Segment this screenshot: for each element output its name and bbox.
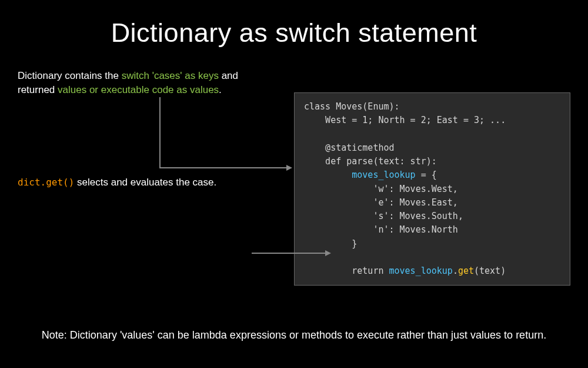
footer-note: Note: Dictionary 'values' can be lambda … bbox=[0, 329, 588, 342]
code-line-2: West = 1; North = 2; East = 3; ... bbox=[304, 115, 506, 125]
slide-title: Dictionary as switch statement bbox=[0, 0, 588, 48]
code-line-9: 's': Moves.South, bbox=[304, 211, 463, 221]
code-line-7: 'w': Moves.West, bbox=[304, 184, 458, 194]
annotation-bottom-text: selects and evaluates the case. bbox=[74, 177, 216, 188]
annotation-bottom-code: dict.get() bbox=[18, 177, 74, 188]
code-line-10: 'n': Moves.North bbox=[304, 224, 458, 235]
code-line-5: def parse(text: str): bbox=[304, 156, 437, 167]
code-moves-lookup-use: moves_lookup bbox=[389, 266, 453, 276]
annotation-top-green1: switch 'cases' as keys bbox=[122, 70, 219, 81]
arrow-top-icon bbox=[157, 97, 295, 174]
annotation-top-text1: Dictionary contains the bbox=[18, 70, 122, 81]
code-line-8: 'e': Moves.East, bbox=[304, 197, 458, 208]
svg-marker-0 bbox=[286, 165, 292, 171]
annotation-bottom: dict.get() selects and evaluates the cas… bbox=[18, 177, 216, 188]
code-line-13a: return bbox=[304, 266, 389, 276]
annotation-top-text2: and bbox=[219, 70, 238, 81]
code-line-4: @staticmethod bbox=[304, 142, 395, 153]
code-line-6a bbox=[304, 170, 352, 180]
code-get-call: get bbox=[458, 266, 474, 276]
annotation-top-text3: returned bbox=[18, 84, 58, 95]
code-block: class Moves(Enum): West = 1; North = 2; … bbox=[294, 92, 570, 286]
code-line-1: class Moves(Enum): bbox=[304, 101, 400, 112]
annotation-top-text4: . bbox=[219, 84, 222, 95]
code-line-13e: (text) bbox=[474, 266, 506, 276]
code-line-6c: = { bbox=[416, 170, 437, 180]
code-line-11: } bbox=[304, 238, 357, 249]
code-moves-lookup-def: moves_lookup bbox=[352, 170, 415, 180]
code-line-13c: . bbox=[453, 266, 458, 276]
annotation-top-green2: values or executable code as values bbox=[58, 84, 219, 95]
